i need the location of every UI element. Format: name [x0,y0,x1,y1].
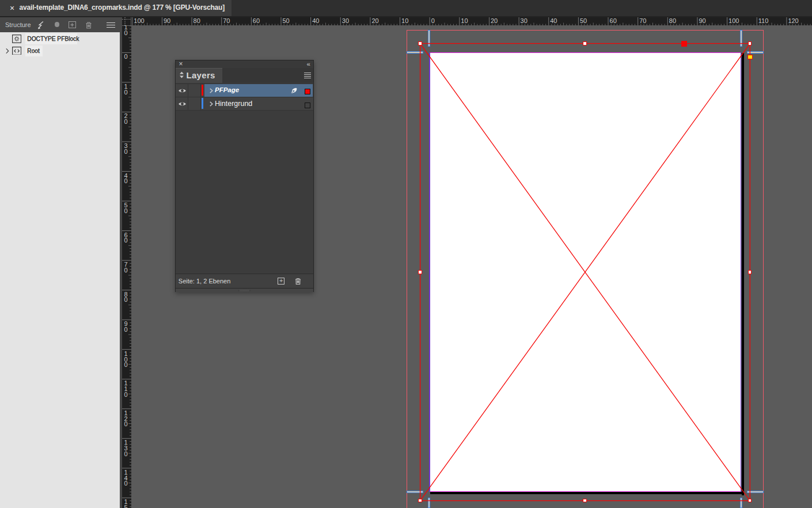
svg-text:70: 70 [223,17,230,24]
svg-text:40: 40 [312,17,319,24]
svg-text:120: 120 [788,17,798,24]
svg-text:0: 0 [124,89,127,96]
svg-text:10: 10 [461,17,468,24]
svg-text:60: 60 [252,17,259,24]
svg-text:40: 40 [550,17,557,24]
svg-text:80: 80 [193,17,200,24]
svg-text:50: 50 [282,17,289,24]
svg-text:110: 110 [758,17,768,24]
svg-text:30: 30 [342,17,348,24]
svg-text:30: 30 [520,17,527,24]
svg-text:0: 0 [124,148,127,155]
svg-text:5: 5 [124,504,127,508]
svg-text:70: 70 [639,17,646,24]
svg-text:0: 0 [124,118,127,125]
svg-text:0: 0 [124,29,127,36]
svg-text:80: 80 [669,17,676,24]
svg-text:90: 90 [163,17,170,24]
svg-text:100: 100 [134,17,144,24]
svg-text:0: 0 [124,420,127,427]
svg-text:0: 0 [124,53,127,60]
svg-text:10: 10 [401,17,408,24]
svg-text:90: 90 [699,17,705,24]
svg-text:0: 0 [431,17,434,24]
svg-text:0: 0 [124,207,127,214]
svg-text:0: 0 [124,177,127,184]
svg-text:60: 60 [609,17,616,24]
svg-text:0: 0 [124,361,127,368]
svg-text:0: 0 [124,267,127,274]
svg-text:0: 0 [124,480,127,487]
svg-text:20: 20 [490,17,497,24]
svg-text:0: 0 [124,326,127,333]
svg-text:0: 0 [124,391,127,398]
svg-text:0: 0 [124,237,127,244]
svg-text:0: 0 [124,296,127,303]
svg-text:100: 100 [728,17,739,24]
svg-text:0: 0 [124,450,127,457]
svg-text:20: 20 [371,17,378,24]
svg-text:50: 50 [579,17,586,24]
